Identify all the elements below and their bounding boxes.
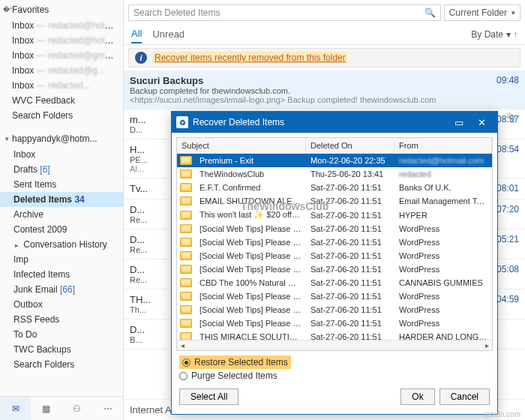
favorite-item[interactable]: Search Folders xyxy=(0,108,123,123)
cell-subject: Premium - Exit xyxy=(195,154,306,166)
folder-item[interactable]: Junk Email [66] xyxy=(0,282,123,297)
cell-deleted: Sat-27-06-20 11:51 xyxy=(306,236,394,248)
tab-all[interactable]: All xyxy=(131,25,142,44)
recover-row[interactable]: [Social Web Tips] Please moderat... Sat-… xyxy=(177,222,492,236)
favorite-item[interactable]: Inbox — redacted@g... xyxy=(0,63,123,78)
scroll-right-icon[interactable]: ▸ xyxy=(482,341,492,350)
folder-item[interactable]: Infected Items xyxy=(0,267,123,282)
col-subject[interactable]: Subject xyxy=(177,138,306,153)
cell-from: WordPress xyxy=(394,304,492,316)
account-header[interactable]: ▾ happyandyk@hotm... xyxy=(0,129,123,147)
ok-button[interactable]: Ok xyxy=(400,388,434,405)
col-deleted-on[interactable]: Deleted On xyxy=(306,138,394,153)
folder-item[interactable]: Archive xyxy=(0,207,123,222)
recover-row[interactable]: [Social Web Tips] Please moderat... Sat-… xyxy=(177,249,492,262)
folder-item[interactable]: Contest 2009 xyxy=(0,222,123,237)
favorite-item[interactable]: Inbox — redacted... xyxy=(0,78,123,93)
recover-row[interactable]: [Social Web Tips] Please moderat... Sat-… xyxy=(177,290,492,303)
folder-label: TWC Backups xyxy=(14,344,71,355)
folder-item[interactable]: Deleted Items 34 xyxy=(0,192,123,207)
cell-deleted: Sat-27-06-20 11:51 xyxy=(306,290,394,302)
folder-item[interactable]: TWC Backups xyxy=(0,342,123,357)
folder-item[interactable]: Inbox xyxy=(0,147,123,162)
col-from[interactable]: From xyxy=(394,138,492,153)
favorite-item[interactable]: WVC Feedback xyxy=(0,93,123,108)
dialog-titlebar[interactable]: ♻ Recover Deleted Items ▭ ✕ xyxy=(172,112,497,133)
favorite-item[interactable]: Inbox — redacted@hotmail... xyxy=(0,18,123,33)
dialog-title: Recover Deleted Items xyxy=(193,117,284,128)
preview-subject: Backup completed for thewindowsclub.com. xyxy=(130,86,484,95)
message-preview[interactable]: Sucuri Backups Backup completed for thew… xyxy=(124,70,525,110)
mail-icon xyxy=(180,265,192,274)
search-scope-dropdown[interactable]: Current Folder ▾ xyxy=(444,4,520,21)
recover-row[interactable]: TheWindowsClub Thu-25-06-20 13:41 redact… xyxy=(177,167,492,181)
source-watermark: wsxdn.com xyxy=(483,410,520,418)
recover-row[interactable]: EMAIL SHUTDOWN ALERT!!! Sat-27-06-20 11:… xyxy=(177,194,492,208)
more-icon[interactable]: ⋯ xyxy=(92,397,123,420)
preview-time: 09:48 xyxy=(484,75,519,104)
folder-item[interactable]: Outbox xyxy=(0,297,123,312)
folder-label: Contest 2009 xyxy=(14,224,67,235)
chevron-down-icon: ▾ xyxy=(3,135,10,142)
sort-dropdown[interactable]: By Date ▾ ↑ xyxy=(471,29,518,40)
recover-row[interactable]: [Social Web Tips] Please moderat... Sat-… xyxy=(177,236,492,249)
folder-label: Infected Items xyxy=(14,269,70,280)
folder-item[interactable]: RSS Feeds xyxy=(0,312,123,327)
folder-item[interactable]: Sent Items xyxy=(0,177,123,192)
mail-icon xyxy=(180,170,192,178)
sidebar: �" Favorites Inbox — redacted@hotmail...… xyxy=(0,0,124,420)
mail-icon[interactable]: ✉ xyxy=(0,397,31,420)
attachment-icon: 📎 xyxy=(506,112,518,123)
favorites-header[interactable]: �" Favorites xyxy=(0,0,123,18)
cell-from: redacted xyxy=(394,168,492,180)
folder-item[interactable]: To Do xyxy=(0,327,123,342)
favorite-item[interactable]: Inbox — redacted@gmail... xyxy=(0,48,123,63)
cell-subject: [Social Web Tips] Please moderat... xyxy=(195,250,306,262)
folder-item[interactable]: Drafts [6] xyxy=(0,162,123,177)
people-icon[interactable]: ⚇ xyxy=(62,397,92,420)
recover-row[interactable]: [Social Web Tips] Please moderat... Sat-… xyxy=(177,303,492,316)
folder-item[interactable]: Imp xyxy=(0,252,123,267)
tab-unread[interactable]: Unread xyxy=(152,26,184,43)
cancel-button[interactable]: Cancel xyxy=(440,388,490,405)
select-all-button[interactable]: Select All xyxy=(179,388,238,405)
mail-icon xyxy=(180,292,192,301)
folder-meta: — redacted@gmail... xyxy=(37,50,122,61)
chevron-right-icon: ▸ xyxy=(14,242,20,249)
folder-count: [6] xyxy=(40,164,50,175)
calendar-icon[interactable]: ▦ xyxy=(31,397,62,420)
maximize-button[interactable]: ▭ xyxy=(448,117,470,128)
cell-from: WordPress xyxy=(394,263,492,275)
radio-purge-label: Purge Selected Items xyxy=(191,370,278,381)
recover-row[interactable]: THIS MIRACLE SOLUTION WILL DRIVE... Sat-… xyxy=(177,330,492,340)
radio-icon xyxy=(182,358,190,367)
recover-row[interactable]: This won't last ✨ $20 off ULTIMA... Sat-… xyxy=(177,208,492,222)
cell-subject: EMAIL SHUTDOWN ALERT!!! xyxy=(195,195,306,207)
recover-row[interactable]: CBD The 100% Natural Way to Li... Sat-27… xyxy=(177,276,492,290)
radio-restore[interactable]: Restore Selected Items xyxy=(179,356,291,369)
cell-subject: [Social Web Tips] Please moderat... xyxy=(195,236,306,248)
cell-deleted: Sat-27-06-20 11:51 xyxy=(306,195,394,207)
recover-link[interactable]: Recover items recently removed from this… xyxy=(153,52,347,64)
radio-purge[interactable]: Purge Selected Items xyxy=(179,369,490,382)
recover-row[interactable]: [Social Web Tips] Please moderat... Sat-… xyxy=(177,316,492,330)
recover-row[interactable]: Premium - Exit Mon-22-06-20 22:35 redact… xyxy=(177,154,492,167)
recycle-icon: ♻ xyxy=(176,116,188,128)
favorite-item[interactable]: Inbox — redacted@hotm... xyxy=(0,33,123,48)
folder-label: Search Folders xyxy=(14,359,74,370)
cell-subject: E.F.T. Confirmed xyxy=(195,182,306,194)
recover-row[interactable]: E.F.T. Confirmed Sat-27-06-20 11:51 Bank… xyxy=(177,181,492,194)
cell-deleted: Thu-25-06-20 13:41 xyxy=(306,168,394,180)
mail-icon xyxy=(180,156,192,165)
recover-row[interactable]: [Social Web Tips] Please moderat... Sat-… xyxy=(177,262,492,276)
close-button[interactable]: ✕ xyxy=(470,117,493,128)
search-input[interactable]: Search Deleted Items 🔍 xyxy=(128,4,441,21)
cell-deleted: Sat-27-06-20 11:51 xyxy=(306,304,394,316)
folder-label: Drafts xyxy=(14,164,38,175)
horizontal-scrollbar[interactable]: ◂ ▸ xyxy=(177,340,492,350)
scroll-left-icon[interactable]: ◂ xyxy=(177,341,188,350)
cell-deleted: Sat-27-06-20 11:51 xyxy=(306,182,394,194)
folder-item[interactable]: Search Folders xyxy=(0,357,123,372)
folder-item[interactable]: ▸ Conversation History xyxy=(0,237,123,252)
cell-from: CANNABIS GUMMIES xyxy=(394,277,492,289)
